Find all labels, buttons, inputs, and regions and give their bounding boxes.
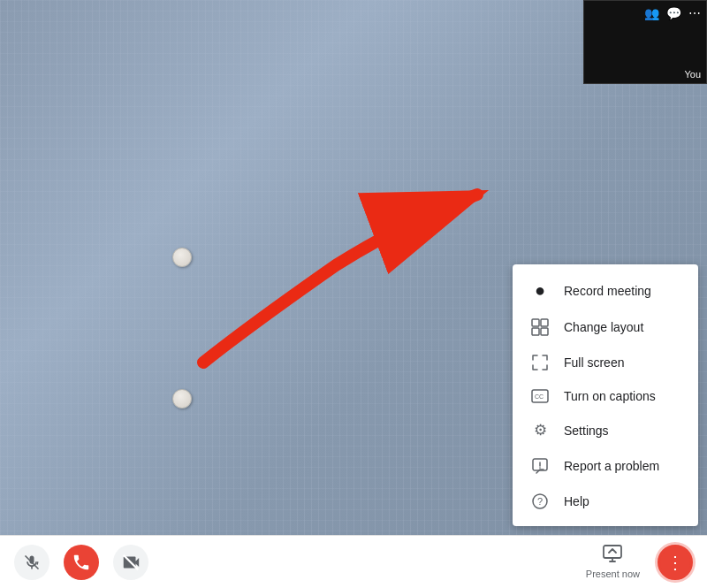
more-options-button[interactable]: ⋮ (658, 545, 693, 580)
svg-rect-1 (532, 319, 539, 326)
menu-item-settings[interactable]: ⚙ Settings (513, 412, 698, 448)
menu-item-help[interactable]: ? Help (513, 484, 698, 519)
context-menu: ● Record meeting Change layout Full scre… (513, 264, 698, 526)
end-call-button[interactable] (64, 545, 99, 580)
menu-item-fullscreen[interactable]: Full screen (513, 345, 698, 380)
svg-text:CC: CC (535, 393, 544, 400)
svg-rect-3 (532, 328, 539, 335)
report-icon (530, 457, 550, 475)
mute-button[interactable] (14, 545, 49, 580)
menu-item-report[interactable]: Report a problem (513, 448, 698, 484)
present-now-button[interactable]: Present now (575, 541, 650, 583)
menu-item-record-label: Record meeting (564, 284, 651, 298)
help-icon: ? (530, 493, 550, 510)
present-label: Present now (586, 569, 640, 579)
extra-controls: Present now ⋮ (575, 541, 693, 583)
svg-point-8 (539, 467, 541, 469)
settings-icon: ⚙ (530, 421, 550, 439)
layout-icon (530, 318, 550, 336)
svg-rect-13 (604, 546, 621, 558)
svg-text:?: ? (537, 496, 543, 507)
menu-item-layout[interactable]: Change layout (513, 309, 698, 345)
more-dots-icon: ⋮ (666, 552, 684, 573)
thumbnail-controls: 👥 💬 ⋯ (644, 6, 701, 20)
bottom-toolbar: Present now ⋮ (0, 535, 707, 588)
more-options-icon[interactable]: ⋯ (688, 6, 701, 20)
menu-item-captions[interactable]: CC Turn on captions (513, 380, 698, 412)
thumbnail-you-label: You (684, 69, 701, 80)
menu-item-fullscreen-label: Full screen (564, 355, 624, 370)
fullscreen-icon (530, 354, 550, 371)
media-controls (14, 545, 148, 580)
svg-rect-4 (541, 328, 548, 335)
svg-rect-2 (541, 319, 548, 326)
people-icon[interactable]: 👥 (644, 6, 659, 20)
camera-button[interactable] (113, 545, 148, 580)
menu-item-help-label: Help (564, 494, 589, 508)
menu-item-report-label: Report a problem (564, 459, 659, 473)
shirt-button-1 (172, 248, 192, 267)
captions-icon: CC (530, 389, 550, 403)
record-icon: ● (530, 280, 550, 301)
present-icon (602, 545, 623, 567)
menu-item-captions-label: Turn on captions (564, 389, 656, 403)
menu-item-layout-label: Change layout (564, 320, 643, 334)
chat-icon[interactable]: 💬 (666, 6, 681, 20)
menu-item-settings-label: Settings (564, 424, 609, 438)
menu-item-record[interactable]: ● Record meeting (513, 271, 698, 309)
self-thumbnail: 👥 💬 ⋯ You (583, 0, 707, 84)
shirt-button-2 (172, 389, 192, 409)
